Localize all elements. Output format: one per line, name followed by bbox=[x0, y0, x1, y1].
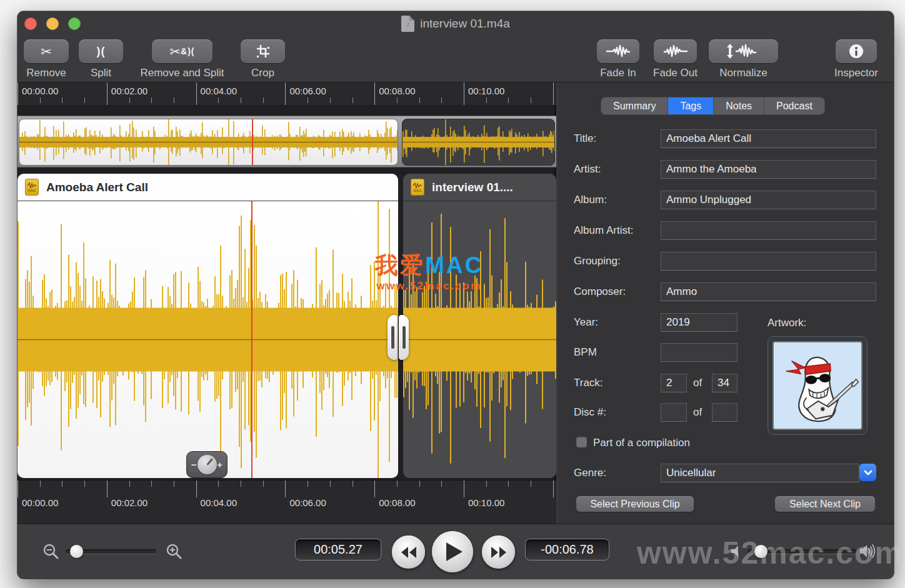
album-field[interactable]: Ammo Unplugged bbox=[661, 191, 876, 209]
timeline-ruler-bottom[interactable]: 00:00.0000:02.0000:04.0000:06.0000:08.00… bbox=[18, 480, 556, 524]
overview-clip2[interactable] bbox=[402, 119, 555, 166]
year-label: Year: bbox=[574, 316, 598, 329]
genre-dropdown-button[interactable] bbox=[859, 464, 876, 481]
tab-tags[interactable]: Tags bbox=[668, 97, 714, 114]
clip1-header[interactable]: AAC Amoeba Alert Call bbox=[18, 174, 398, 201]
playhead[interactable] bbox=[251, 201, 252, 478]
elapsed-time-display[interactable]: 00:05.27 bbox=[295, 539, 381, 561]
ruler-tick bbox=[531, 481, 531, 487]
clip2-title: interview 01.... bbox=[432, 181, 513, 194]
ruler-label: 00:00.00 bbox=[22, 497, 58, 508]
inspector-pane: Summary Tags Notes Podcast Title: Amoeba… bbox=[558, 82, 894, 524]
ruler-label: 00:02.00 bbox=[111, 497, 148, 508]
fade-out-button[interactable]: Fade Out bbox=[654, 39, 697, 63]
volume-slider-knob[interactable] bbox=[754, 545, 768, 558]
tab-podcast[interactable]: Podcast bbox=[764, 97, 824, 114]
ruler-tick bbox=[40, 97, 41, 103]
tab-notes[interactable]: Notes bbox=[714, 97, 764, 114]
track-number-field[interactable]: 2 bbox=[661, 374, 687, 392]
zoom-out-icon[interactable] bbox=[42, 543, 60, 561]
ruler-label: 00:02.00 bbox=[111, 86, 148, 96]
ruler-tick bbox=[508, 97, 509, 103]
clip1-waveform[interactable] bbox=[18, 201, 398, 478]
editor-pane: 00:00.0000:02.0000:04.0000:06.0000:08.00… bbox=[18, 82, 556, 524]
ruler-tick bbox=[84, 97, 85, 103]
ruler-tick bbox=[196, 481, 197, 497]
ruler-label: 00:08.00 bbox=[379, 497, 415, 508]
ruler-tick bbox=[330, 97, 331, 103]
normalize-button[interactable]: Normalize bbox=[709, 39, 778, 63]
genre-field[interactable]: Unicellular bbox=[661, 464, 859, 482]
clip-split-handle[interactable] bbox=[388, 315, 409, 360]
overview-clip1[interactable] bbox=[19, 119, 398, 166]
gain-plus[interactable]: + bbox=[217, 459, 222, 470]
disc-number-field[interactable] bbox=[661, 403, 687, 422]
rewind-icon bbox=[401, 547, 417, 558]
disc-label: Disc #: bbox=[574, 406, 606, 419]
select-previous-clip-button[interactable]: Select Previous Clip bbox=[576, 496, 694, 512]
artwork-well[interactable] bbox=[768, 336, 868, 435]
ruler-tick bbox=[419, 97, 420, 103]
ruler-tick bbox=[174, 481, 174, 487]
play-button[interactable] bbox=[432, 531, 473, 572]
remaining-time-display[interactable]: -00:06.78 bbox=[525, 539, 609, 561]
zoom-in-icon[interactable] bbox=[166, 543, 183, 561]
overview-playhead[interactable] bbox=[252, 119, 253, 166]
inspector-tabs: Summary Tags Notes Podcast bbox=[601, 97, 824, 114]
fade-in-button[interactable]: Fade In bbox=[597, 39, 639, 63]
ruler-label: 00:04.00 bbox=[201, 497, 237, 508]
track-total-field[interactable]: 34 bbox=[712, 374, 738, 392]
gain-minus[interactable]: − bbox=[191, 459, 197, 470]
volume-min-icon[interactable] bbox=[731, 545, 742, 557]
rewind-button[interactable] bbox=[392, 536, 425, 569]
ruler-tick bbox=[285, 481, 286, 497]
gain-dial-icon[interactable] bbox=[198, 455, 217, 474]
ruler-tick bbox=[107, 82, 108, 105]
zoom-slider-knob[interactable] bbox=[70, 545, 83, 558]
overview-strip[interactable] bbox=[18, 116, 556, 167]
album-artwork-image bbox=[774, 342, 861, 429]
clip2-header[interactable]: AAC interview 01.... bbox=[403, 174, 556, 201]
year-field[interactable]: 2019 bbox=[661, 313, 738, 332]
ruler-tick bbox=[40, 481, 41, 487]
ruler-tick bbox=[553, 82, 554, 105]
inspector-button[interactable]: Inspector bbox=[836, 39, 877, 63]
tab-summary[interactable]: Summary bbox=[601, 97, 668, 114]
disc-total-field[interactable] bbox=[712, 403, 738, 422]
ruler-label: 00:06.00 bbox=[289, 497, 326, 508]
app-window: ♪ interview 01.m4a ✂ Remove )( Split ✂&)… bbox=[18, 11, 894, 579]
aac-file-icon: AAC bbox=[411, 179, 424, 196]
select-next-clip-button[interactable]: Select Next Clip bbox=[775, 496, 875, 512]
crop-button[interactable]: Crop bbox=[241, 39, 285, 63]
ruler-tick bbox=[374, 82, 375, 105]
normalize-icon bbox=[726, 43, 762, 59]
gain-knob-control[interactable]: − + bbox=[186, 451, 228, 478]
volume-max-icon[interactable] bbox=[860, 544, 876, 559]
remove-button[interactable]: ✂ Remove bbox=[24, 39, 69, 63]
album-artist-field[interactable] bbox=[661, 221, 876, 240]
remove-and-split-label: Remove and Split bbox=[140, 67, 224, 79]
split-button[interactable]: )( Split bbox=[79, 39, 123, 63]
grouping-field[interactable] bbox=[661, 252, 876, 271]
fast-forward-button[interactable] bbox=[482, 536, 515, 569]
scissors-icon: ✂ bbox=[169, 45, 181, 58]
ruler-tick bbox=[129, 97, 130, 103]
timeline-ruler-top[interactable]: 00:00.0000:02.0000:04.0000:06.0000:08.00… bbox=[18, 82, 556, 105]
title-field[interactable]: Amoeba Alert Call bbox=[661, 129, 876, 148]
composer-field[interactable]: Ammo bbox=[661, 282, 876, 301]
ruler-tick bbox=[151, 481, 152, 487]
ruler-label: 00:00.00 bbox=[22, 86, 58, 96]
ruler-tick bbox=[486, 481, 487, 487]
compilation-checkbox[interactable] bbox=[576, 437, 587, 447]
ruler-tick bbox=[508, 481, 509, 487]
bpm-field[interactable] bbox=[661, 343, 738, 362]
ruler-tick bbox=[196, 82, 197, 105]
artist-field[interactable]: Ammo the Amoeba bbox=[661, 160, 876, 179]
ruler-label: 00:04.00 bbox=[201, 86, 237, 96]
ruler-tick bbox=[241, 481, 241, 487]
ruler-tick bbox=[352, 97, 353, 103]
clip2-waveform[interactable] bbox=[403, 201, 556, 478]
ruler-tick bbox=[18, 82, 18, 105]
remove-and-split-button[interactable]: ✂&)( Remove and Split bbox=[152, 39, 212, 63]
ruler-tick bbox=[531, 97, 531, 103]
